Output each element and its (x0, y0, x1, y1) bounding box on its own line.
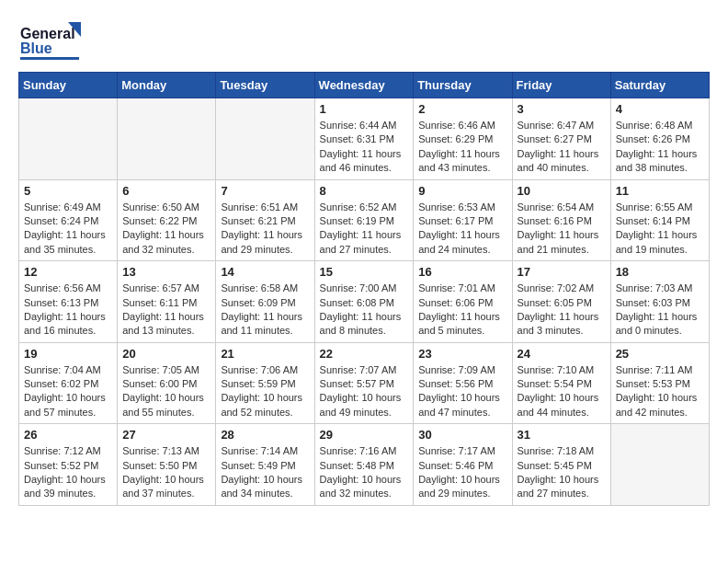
calendar-cell: 31Sunrise: 7:18 AMSunset: 5:45 PMDayligh… (512, 424, 610, 506)
calendar-cell: 22Sunrise: 7:07 AMSunset: 5:57 PMDayligh… (314, 342, 414, 424)
calendar-cell: 4Sunrise: 6:48 AMSunset: 6:26 PMDaylight… (610, 98, 709, 180)
calendar-cell: 6Sunrise: 6:50 AMSunset: 6:22 PMDaylight… (118, 179, 216, 261)
day-info: Sunrise: 7:04 AMSunset: 6:02 PMDaylight:… (24, 363, 112, 420)
logo-icon: General Blue (18, 18, 81, 63)
calendar-cell: 28Sunrise: 7:14 AMSunset: 5:49 PMDayligh… (216, 424, 314, 506)
day-info: Sunrise: 6:48 AMSunset: 6:26 PMDaylight:… (616, 119, 704, 176)
calendar-cell: 20Sunrise: 7:05 AMSunset: 6:00 PMDayligh… (118, 342, 216, 424)
day-info: Sunrise: 6:53 AMSunset: 6:17 PMDaylight:… (418, 201, 506, 258)
day-number: 4 (616, 102, 704, 116)
day-number: 12 (24, 265, 112, 279)
calendar-cell: 11Sunrise: 6:55 AMSunset: 6:14 PMDayligh… (610, 179, 709, 261)
logo: General Blue (18, 18, 81, 63)
day-number: 17 (518, 265, 606, 279)
day-info: Sunrise: 7:10 AMSunset: 5:54 PMDaylight:… (518, 363, 606, 420)
calendar-cell: 2Sunrise: 6:46 AMSunset: 6:29 PMDaylight… (414, 98, 512, 180)
calendar-cell: 30Sunrise: 7:17 AMSunset: 5:46 PMDayligh… (414, 424, 512, 506)
calendar-cell: 13Sunrise: 6:57 AMSunset: 6:11 PMDayligh… (118, 261, 216, 343)
page-header: General Blue (18, 18, 710, 63)
calendar-cell: 17Sunrise: 7:02 AMSunset: 6:05 PMDayligh… (512, 261, 610, 343)
weekday-header-thursday: Thursday (414, 73, 512, 98)
calendar-cell: 18Sunrise: 7:03 AMSunset: 6:03 PMDayligh… (610, 261, 709, 343)
calendar-cell: 26Sunrise: 7:12 AMSunset: 5:52 PMDayligh… (19, 424, 118, 506)
day-info: Sunrise: 6:49 AMSunset: 6:24 PMDaylight:… (24, 201, 112, 258)
svg-rect-3 (20, 57, 79, 60)
calendar-cell: 15Sunrise: 7:00 AMSunset: 6:08 PMDayligh… (314, 261, 414, 343)
day-number: 28 (221, 428, 309, 442)
calendar-cell: 29Sunrise: 7:16 AMSunset: 5:48 PMDayligh… (314, 424, 414, 506)
calendar-cell: 27Sunrise: 7:13 AMSunset: 5:50 PMDayligh… (118, 424, 216, 506)
calendar-cell: 23Sunrise: 7:09 AMSunset: 5:56 PMDayligh… (414, 342, 512, 424)
day-number: 22 (320, 347, 409, 361)
calendar-cell: 10Sunrise: 6:54 AMSunset: 6:16 PMDayligh… (512, 179, 610, 261)
calendar-cell: 25Sunrise: 7:11 AMSunset: 5:53 PMDayligh… (610, 342, 709, 424)
calendar-cell: 5Sunrise: 6:49 AMSunset: 6:24 PMDaylight… (19, 179, 118, 261)
day-info: Sunrise: 7:14 AMSunset: 5:49 PMDaylight:… (221, 444, 309, 501)
day-number: 31 (518, 428, 606, 442)
calendar-cell: 7Sunrise: 6:51 AMSunset: 6:21 PMDaylight… (216, 179, 314, 261)
weekday-header-monday: Monday (118, 73, 216, 98)
calendar-cell: 14Sunrise: 6:58 AMSunset: 6:09 PMDayligh… (216, 261, 314, 343)
day-number: 25 (616, 347, 704, 361)
day-number: 20 (122, 347, 210, 361)
calendar-cell: 3Sunrise: 6:47 AMSunset: 6:27 PMDaylight… (512, 98, 610, 180)
day-number: 26 (24, 428, 112, 442)
calendar-cell (19, 98, 118, 180)
day-number: 30 (418, 428, 506, 442)
day-info: Sunrise: 7:06 AMSunset: 5:59 PMDaylight:… (221, 363, 309, 420)
calendar-cell: 9Sunrise: 6:53 AMSunset: 6:17 PMDaylight… (414, 179, 512, 261)
day-info: Sunrise: 6:54 AMSunset: 6:16 PMDaylight:… (518, 201, 606, 258)
weekday-header-sunday: Sunday (19, 73, 118, 98)
day-info: Sunrise: 7:07 AMSunset: 5:57 PMDaylight:… (320, 363, 409, 420)
day-number: 3 (518, 102, 606, 116)
day-number: 29 (320, 428, 409, 442)
calendar-cell (118, 98, 216, 180)
week-row-3: 12Sunrise: 6:56 AMSunset: 6:13 PMDayligh… (19, 261, 710, 343)
day-info: Sunrise: 7:00 AMSunset: 6:08 PMDaylight:… (320, 282, 409, 339)
day-info: Sunrise: 7:05 AMSunset: 6:00 PMDaylight:… (122, 363, 210, 420)
day-info: Sunrise: 7:13 AMSunset: 5:50 PMDaylight:… (122, 444, 210, 501)
calendar-cell: 21Sunrise: 7:06 AMSunset: 5:59 PMDayligh… (216, 342, 314, 424)
calendar-cell (610, 424, 709, 506)
day-number: 19 (24, 347, 112, 361)
day-info: Sunrise: 6:51 AMSunset: 6:21 PMDaylight:… (221, 201, 309, 258)
day-number: 5 (24, 184, 112, 198)
day-info: Sunrise: 6:56 AMSunset: 6:13 PMDaylight:… (24, 282, 112, 339)
day-info: Sunrise: 7:01 AMSunset: 6:06 PMDaylight:… (418, 282, 506, 339)
day-number: 14 (221, 265, 309, 279)
calendar-cell: 8Sunrise: 6:52 AMSunset: 6:19 PMDaylight… (314, 179, 414, 261)
day-info: Sunrise: 6:46 AMSunset: 6:29 PMDaylight:… (418, 119, 506, 176)
day-number: 8 (320, 184, 409, 198)
week-row-4: 19Sunrise: 7:04 AMSunset: 6:02 PMDayligh… (19, 342, 710, 424)
day-number: 1 (320, 102, 409, 116)
day-info: Sunrise: 6:47 AMSunset: 6:27 PMDaylight:… (518, 119, 606, 176)
day-number: 6 (122, 184, 210, 198)
day-number: 23 (418, 347, 506, 361)
day-info: Sunrise: 6:55 AMSunset: 6:14 PMDaylight:… (616, 201, 704, 258)
day-info: Sunrise: 7:18 AMSunset: 5:45 PMDaylight:… (518, 444, 606, 501)
day-number: 21 (221, 347, 309, 361)
calendar-cell: 16Sunrise: 7:01 AMSunset: 6:06 PMDayligh… (414, 261, 512, 343)
day-number: 7 (221, 184, 309, 198)
day-number: 16 (418, 265, 506, 279)
day-number: 13 (122, 265, 210, 279)
weekday-header-tuesday: Tuesday (216, 73, 314, 98)
weekday-header-saturday: Saturday (610, 73, 709, 98)
calendar-table: SundayMondayTuesdayWednesdayThursdayFrid… (18, 72, 710, 506)
day-info: Sunrise: 7:02 AMSunset: 6:05 PMDaylight:… (518, 282, 606, 339)
day-number: 24 (518, 347, 606, 361)
day-info: Sunrise: 7:17 AMSunset: 5:46 PMDaylight:… (418, 444, 506, 501)
day-info: Sunrise: 6:58 AMSunset: 6:09 PMDaylight:… (221, 282, 309, 339)
day-number: 27 (122, 428, 210, 442)
day-number: 15 (320, 265, 409, 279)
svg-text:General: General (20, 26, 75, 41)
day-info: Sunrise: 7:09 AMSunset: 5:56 PMDaylight:… (418, 363, 506, 420)
day-info: Sunrise: 6:52 AMSunset: 6:19 PMDaylight:… (320, 201, 409, 258)
week-row-2: 5Sunrise: 6:49 AMSunset: 6:24 PMDaylight… (19, 179, 710, 261)
day-info: Sunrise: 7:03 AMSunset: 6:03 PMDaylight:… (616, 282, 704, 339)
weekday-header-row: SundayMondayTuesdayWednesdayThursdayFrid… (19, 73, 710, 98)
calendar-cell: 12Sunrise: 6:56 AMSunset: 6:13 PMDayligh… (19, 261, 118, 343)
calendar-cell: 1Sunrise: 6:44 AMSunset: 6:31 PMDaylight… (314, 98, 414, 180)
svg-text:Blue: Blue (20, 40, 52, 56)
weekday-header-wednesday: Wednesday (314, 73, 414, 98)
